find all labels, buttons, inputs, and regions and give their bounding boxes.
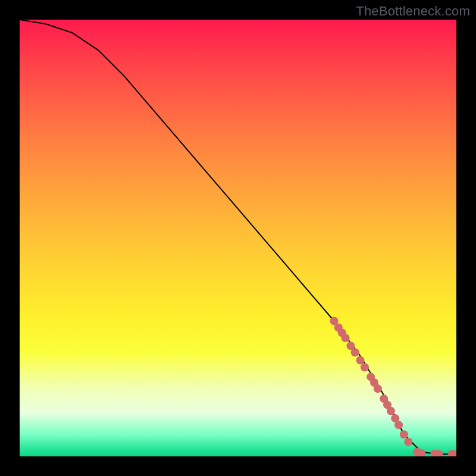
data-marker (404, 438, 412, 446)
data-marker (394, 421, 403, 429)
data-marker (400, 430, 408, 439)
chart-frame: TheBottleneck.com (0, 0, 476, 476)
data-marker (356, 356, 365, 365)
data-marker (361, 363, 369, 371)
data-marker (351, 348, 359, 356)
chart-svg (20, 20, 456, 456)
bottleneck-curve (20, 20, 456, 454)
watermark-text: TheBottleneck.com (356, 4, 470, 19)
marker-points (330, 317, 457, 457)
curve-line (20, 20, 456, 454)
plot-area (20, 20, 456, 456)
data-marker (387, 407, 395, 415)
data-marker (342, 334, 350, 342)
data-marker (374, 384, 382, 393)
